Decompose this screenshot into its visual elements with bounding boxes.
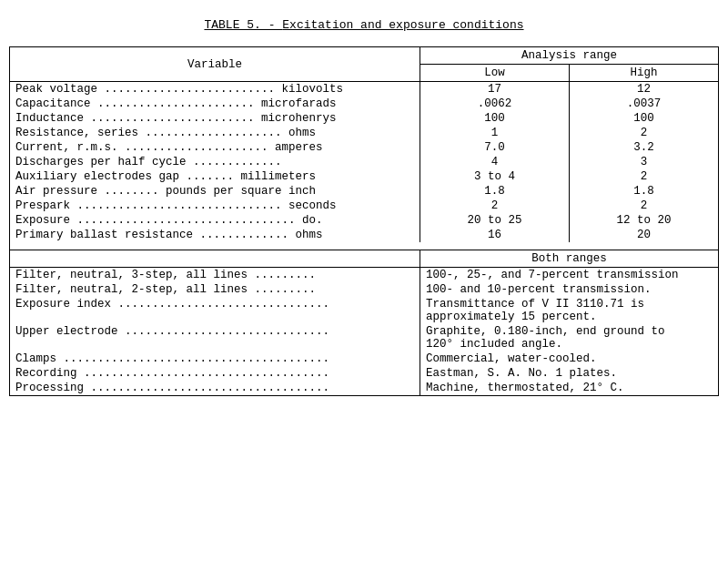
table-row: Primary ballast resistance .............…	[10, 228, 719, 242]
low-header: Low	[420, 65, 569, 82]
variable-cell: Primary ballast resistance .............…	[10, 228, 420, 242]
low-value: 1	[420, 126, 569, 140]
table-row: Exposure index .........................…	[10, 297, 719, 324]
variable-cell: Prespark .............................. …	[10, 199, 420, 213]
title-underlined: Excitation and exposure conditions	[282, 18, 523, 32]
both-ranges-value: Graphite, 0.180-inch, end ground to 120°…	[420, 324, 718, 352]
variable-cell: Capacitance ....................... micr…	[10, 97, 420, 111]
table-row: Discharges per half cycle .............4…	[10, 155, 719, 169]
variable-cell: Exposure index .........................…	[10, 297, 420, 324]
high-value: 20	[569, 228, 718, 242]
both-ranges-variable-empty	[10, 250, 420, 267]
variable-cell: Processing .............................…	[10, 381, 420, 396]
both-ranges-value: Commercial, water-cooled.	[420, 352, 718, 366]
both-ranges-value: Eastman, S. A. No. 1 plates.	[420, 366, 718, 381]
table-row: Filter, neutral, 2-step, all lines .....…	[10, 282, 719, 297]
table-row: Current, r.m.s. ..................... am…	[10, 140, 719, 155]
table-row: Processing .............................…	[10, 381, 719, 396]
low-value: 4	[420, 155, 569, 169]
variable-header: Variable	[10, 47, 420, 82]
page-title: TABLE 5. - Excitation and exposure condi…	[9, 18, 719, 32]
table-row: Recording ..............................…	[10, 366, 719, 381]
low-value: 2	[420, 199, 569, 213]
low-value: 7.0	[420, 140, 569, 155]
variable-cell: Inductance ........................ micr…	[10, 111, 420, 126]
data-tbody: Peak voltage ......................... k…	[10, 82, 719, 396]
table-row: Capacitance ....................... micr…	[10, 97, 719, 111]
low-value: 20 to 25	[420, 213, 569, 228]
low-value: .0062	[420, 97, 569, 111]
table-row: Exposure ...............................…	[10, 213, 719, 228]
both-ranges-value: Machine, thermostated, 21° C.	[420, 381, 718, 396]
variable-cell: Peak voltage ......................... k…	[10, 82, 420, 97]
separator-row	[10, 242, 719, 250]
table-row: Prespark .............................. …	[10, 199, 719, 213]
high-value: 12	[569, 82, 718, 97]
low-value: 100	[420, 111, 569, 126]
high-value: 1.8	[569, 184, 718, 199]
high-value: 3.2	[569, 140, 718, 155]
variable-cell: Upper electrode ........................…	[10, 324, 420, 352]
variable-cell: Filter, neutral, 3-step, all lines .....…	[10, 267, 420, 282]
high-value: 100	[569, 111, 718, 126]
table-row: Clamps .................................…	[10, 352, 719, 366]
table-row: Upper electrode ........................…	[10, 324, 719, 352]
table-row: Peak voltage ......................... k…	[10, 82, 719, 97]
high-value: 2	[569, 126, 718, 140]
high-value: 12 to 20	[569, 213, 718, 228]
header-row: Variable Analysis range	[10, 47, 719, 65]
table-row: Inductance ........................ micr…	[10, 111, 719, 126]
high-value: 2	[569, 169, 718, 184]
low-value: 16	[420, 228, 569, 242]
variable-cell: Clamps .................................…	[10, 352, 420, 366]
high-value: 3	[569, 155, 718, 169]
high-header: High	[569, 65, 718, 82]
variable-cell: Exposure ...............................…	[10, 213, 420, 228]
table-row: Auxiliary electrodes gap ....... millime…	[10, 169, 719, 184]
variable-cell: Filter, neutral, 2-step, all lines .....…	[10, 282, 420, 297]
both-ranges-value: 100-, 25-, and 7-percent transmission	[420, 267, 718, 282]
both-ranges-value: 100- and 10-percent transmission.	[420, 282, 718, 297]
low-value: 3 to 4	[420, 169, 569, 184]
both-ranges-value: Transmittance of V II 3110.71 is approxi…	[420, 297, 718, 324]
variable-cell: Recording ..............................…	[10, 366, 420, 381]
table-row: Resistance, series .................... …	[10, 126, 719, 140]
analysis-range-header: Analysis range	[420, 47, 718, 65]
variable-cell: Current, r.m.s. ..................... am…	[10, 140, 420, 155]
table-row: Air pressure ........ pounds per square …	[10, 184, 719, 199]
high-value: .0037	[569, 97, 718, 111]
variable-cell: Resistance, series .................... …	[10, 126, 420, 140]
high-value: 2	[569, 199, 718, 213]
table-row: Filter, neutral, 3-step, all lines .....…	[10, 267, 719, 282]
both-ranges-label: Both ranges	[420, 250, 718, 267]
low-value: 1.8	[420, 184, 569, 199]
variable-cell: Air pressure ........ pounds per square …	[10, 184, 420, 199]
variable-cell: Auxiliary electrodes gap ....... millime…	[10, 169, 420, 184]
main-table: Variable Analysis range Low High Peak vo…	[9, 46, 719, 396]
low-value: 17	[420, 82, 569, 97]
both-ranges-header-row: Both ranges	[10, 250, 719, 267]
variable-cell: Discharges per half cycle .............	[10, 155, 420, 169]
